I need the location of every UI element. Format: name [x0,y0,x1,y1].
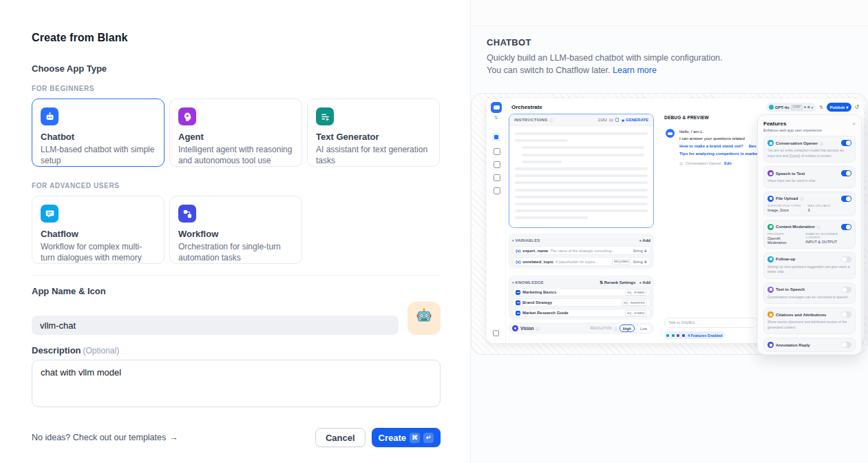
app-name-input[interactable] [32,316,399,335]
feature-sub-label: ENABLED MODERATE CONTENT [805,232,851,239]
dataset-icon [516,290,520,295]
feature-description: Conversation messages can be converted t… [768,295,851,300]
orchestrate-nav-icon [492,133,500,141]
settings-nav-icon [492,186,500,194]
citations-icon [768,311,774,318]
chatbot-icon [41,107,59,125]
feature-sub-value: 3 [808,208,830,212]
description-textarea[interactable]: chat with vllm model [32,360,441,407]
section-divider [32,275,441,276]
placeholder-line [522,161,562,163]
card-title: Chatflow [41,229,156,239]
enter-key-icon: ↵ [423,433,434,443]
model-selector: GPT-4o CHAT ▾ [766,103,816,112]
knowledge-header: ▾ KNOWLEDGE ⇅ Rerank Settings + Add [512,278,650,286]
resolution-low-button: Low [637,325,650,332]
learn-more-link[interactable]: Learn more [613,65,657,75]
variable-description: The name of the strategic consulting... [550,249,631,253]
create-button[interactable]: Create ⌘ ↵ [372,428,441,447]
feature-sub-value: Image, Docs [768,208,801,212]
placeholder-line [515,216,588,219]
feature-description: You are an entity extraction model that … [768,148,851,158]
annotations-nav-icon [492,173,500,181]
card-description: Orchestration for single-turn automation… [178,241,293,263]
suggestion-links: How to make a brand stand out? Bes [679,143,758,150]
feature-toggle [841,311,851,318]
close-icon: × [852,121,856,127]
feature-item-speech-to-text: Speech to Text Voice input can be used i… [763,166,856,188]
info-icon: ⓘ [800,196,803,200]
features-subtitle: Enhance web app user experience [763,128,856,132]
resolution-label: RESOLUTION [590,327,611,330]
app-type-preview-pane: CHATBOT Quickly build an LLM-based chatb… [470,0,868,463]
info-icon: ⓘ [536,327,539,331]
vision-icon [512,325,518,331]
placeholder-line [522,146,644,149]
add-variable-button: + Add [639,238,650,243]
char-count: 2182 [597,118,606,122]
annotation-reply-icon [768,342,774,348]
copy-icon [615,118,619,122]
app-name-row [32,302,441,335]
dataset-index-badge: HQ · INVERTED [622,300,647,306]
templates-link[interactable]: No ideas? Check out our templates → [32,433,178,442]
content-moderation-icon [768,224,774,230]
cmd-key-icon: ⌘ [410,433,420,443]
app-type-card-agent[interactable]: Agent Intelligent agent with reasoning a… [169,99,302,167]
cancel-button[interactable]: Cancel [315,428,366,447]
generate-button: ★ GENERATE [621,118,648,123]
placeholder-line [515,181,648,184]
features-panel: Features × Enhance web app user experien… [757,114,862,355]
footer-buttons: Cancel Create ⌘ ↵ [315,428,441,447]
feature-name: File Upload [776,196,798,200]
robot-emoji-icon [414,307,434,329]
app-type-card-chatflow[interactable]: Chatflow Workflow for complex multi-turn… [32,196,165,264]
file-upload-icon [768,196,774,202]
card-description: Intelligent agent with reasoning and aut… [178,144,293,166]
variable-row: {x} expert_name The name of the strategi… [512,246,650,255]
variable-name: unrelated_topic [522,260,553,264]
feature-item-conversation-opener: Conversation Opener ⓘ You are an entity … [763,136,856,163]
feature-sub-value: INPUT & OUTPUT [805,240,851,244]
opener-feature-icon [666,333,670,338]
greeting-line: I can answer your questions related [679,136,758,143]
app-type-card-text-generator[interactable]: Text Generator AI assistant for text gen… [307,99,440,167]
beginner-cards-row: Chatbot LLM-based chatbot with simple se… [32,99,441,167]
preview-illustration: ⇅ Orchestrate GPT-4o CHAT [471,93,867,355]
variable-token-icon: {x} [516,260,520,264]
card-title: Agent [178,132,293,142]
vision-section: Vision ⓘ RESOLUTION ⓘ High Low [509,322,654,334]
feature-name: Content Moderation [776,225,815,229]
app-icon-picker[interactable] [407,302,441,335]
feature-toggle [841,170,851,176]
opener-label: Conversation Opener [686,161,721,165]
chevron-down-icon: ▾ [512,280,514,285]
instructions-body [509,126,653,228]
knowledge-section: ▾ KNOWLEDGE ⇅ Rerank Settings + Add Mark… [509,276,654,320]
chevron-down-icon: ▾ [812,105,814,110]
generate-label: GENERATE [626,118,648,122]
advanced-cards-row: Chatflow Workflow for complex multi-turn… [32,196,441,264]
app-type-card-workflow[interactable]: Workflow Orchestration for single-turn a… [169,196,302,264]
preview-heading: CHATBOT [487,37,868,48]
moderation-feature-icon [671,333,675,338]
page-title: Create from Blank [32,32,441,44]
chevron-down-icon: ▾ [512,238,514,243]
feature-item-content-moderation: Content Moderation ⓘ PROVIDER OpenAI Mod… [763,220,856,249]
placeholder-line [515,203,648,205]
app-type-card-chatbot[interactable]: Chatbot LLM-based chatbot with simple se… [32,99,165,167]
feature-item-citations: Citations and Attributions Show source d… [763,307,856,334]
templates-link-text: No ideas? Check out our templates [32,433,166,442]
opener-icon: ◎ [679,161,683,165]
card-description: AI assistant for text generation tasks [316,144,431,166]
placeholder-line [522,154,644,156]
card-title: Workflow [178,229,293,239]
greeting-line: Hello, I am L. [679,129,758,136]
create-app-modal: Create from Blank Choose App Type FOR BE… [0,0,868,463]
feature-toggle [841,342,851,348]
preview-header: CHATBOT Quickly build an LLM-based chatb… [471,26,868,76]
workflow-icon [178,205,196,223]
card-description: Workflow for complex multi-turn dialogue… [41,241,156,263]
logs-nav-icon [492,160,500,168]
chatflow-icon [41,205,59,223]
